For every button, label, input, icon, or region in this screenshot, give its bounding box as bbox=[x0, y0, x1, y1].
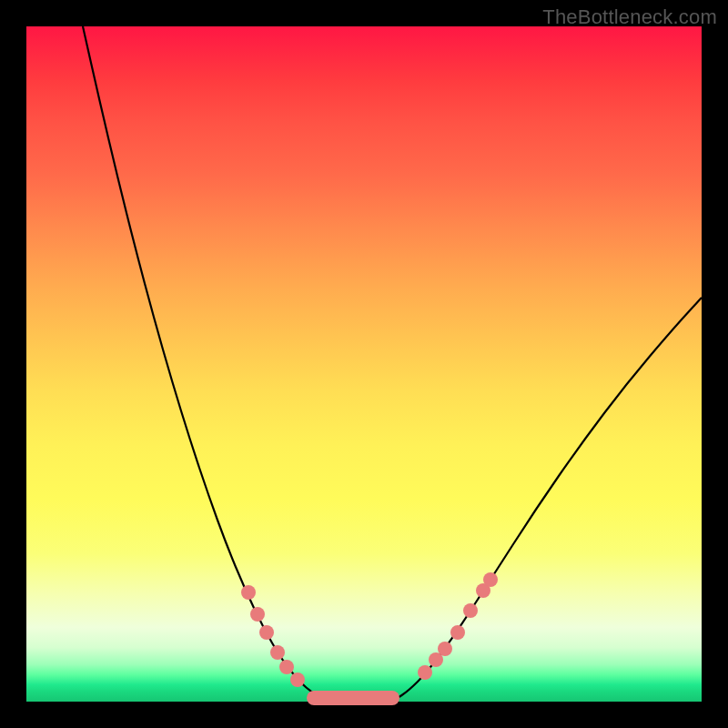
data-marker bbox=[450, 625, 465, 640]
data-marker bbox=[250, 607, 265, 622]
data-marker bbox=[418, 665, 432, 680]
watermark-text: TheBottleneck.com bbox=[542, 5, 717, 29]
chart-frame: TheBottleneck.com bbox=[0, 0, 728, 728]
data-marker bbox=[463, 603, 478, 618]
plot-area bbox=[26, 26, 702, 702]
data-marker bbox=[241, 585, 256, 600]
data-marker bbox=[290, 672, 305, 687]
data-marker bbox=[438, 642, 452, 656]
data-marker bbox=[279, 660, 294, 674]
data-marker bbox=[483, 572, 498, 587]
data-markers bbox=[241, 572, 498, 687]
bottleneck-curve bbox=[83, 26, 702, 700]
data-marker bbox=[259, 625, 274, 640]
data-marker bbox=[270, 645, 285, 660]
chart-svg bbox=[26, 26, 702, 702]
